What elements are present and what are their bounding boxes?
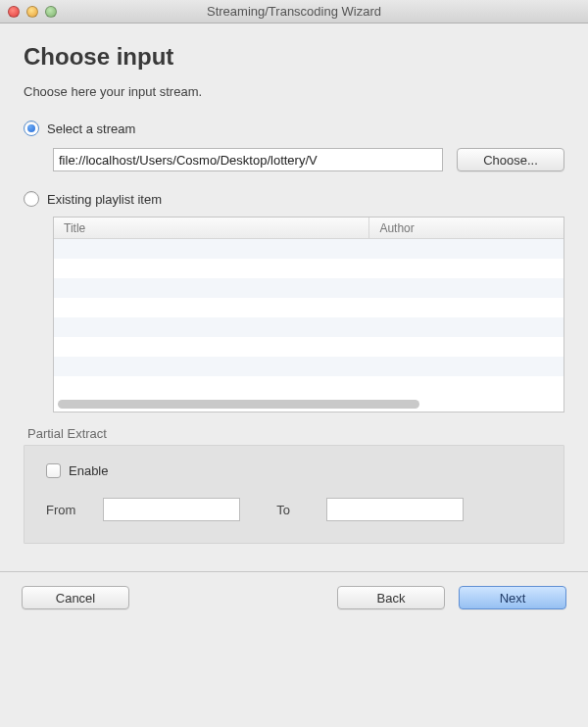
table-row [54, 239, 564, 259]
column-author[interactable]: Author [369, 218, 564, 238]
choose-button[interactable]: Choose... [457, 148, 564, 171]
stream-input-row: file://localhost/Users/Cosmo/Desktop/lot… [53, 148, 564, 171]
playlist-table[interactable]: Title Author [53, 217, 564, 412]
partial-extract-label: Partial Extract [27, 426, 564, 441]
table-row [54, 337, 564, 357]
playlist-table-header: Title Author [54, 218, 564, 239]
option-select-stream[interactable]: Select a stream [24, 121, 564, 136]
zoom-icon[interactable] [45, 6, 57, 18]
to-input[interactable] [326, 498, 464, 521]
table-row [54, 259, 564, 278]
titlebar: Streaming/Transcoding Wizard [0, 0, 588, 24]
option-existing-playlist[interactable]: Existing playlist item [24, 191, 564, 207]
partial-extract-panel: Enable From To [24, 445, 564, 544]
to-label: To [254, 503, 313, 517]
radio-existing-playlist[interactable] [24, 191, 39, 207]
range-row: From To [46, 498, 542, 521]
from-label: From [46, 503, 89, 517]
close-icon[interactable] [8, 6, 20, 18]
from-input[interactable] [103, 498, 240, 521]
minimize-icon[interactable] [26, 6, 38, 18]
radio-select-stream-label: Select a stream [47, 121, 135, 136]
cancel-button[interactable]: Cancel [22, 586, 129, 609]
footer: Cancel Back Next [0, 572, 588, 625]
table-row [54, 376, 564, 396]
window-controls [8, 6, 57, 18]
table-row [54, 278, 564, 298]
window-title: Streaming/Transcoding Wizard [0, 4, 588, 19]
enable-checkbox[interactable] [46, 463, 61, 478]
back-button[interactable]: Back [337, 586, 445, 609]
table-row [54, 357, 564, 376]
radio-existing-playlist-label: Existing playlist item [47, 192, 162, 207]
next-button[interactable]: Next [459, 586, 566, 609]
stream-url-input[interactable]: file://localhost/Users/Cosmo/Desktop/lot… [53, 148, 443, 171]
radio-select-stream[interactable] [24, 121, 39, 136]
column-title[interactable]: Title [54, 218, 369, 238]
enable-label: Enable [69, 463, 108, 478]
scrollbar-thumb[interactable] [58, 400, 419, 409]
table-row [54, 298, 564, 317]
playlist-table-body [54, 239, 564, 400]
page-subtitle: Choose here your input stream. [24, 84, 564, 99]
page-title: Choose input [24, 43, 564, 71]
enable-row[interactable]: Enable [46, 463, 542, 478]
table-row [54, 317, 564, 337]
content-area: Choose input Choose here your input stre… [0, 24, 588, 554]
horizontal-scrollbar[interactable] [58, 400, 560, 409]
